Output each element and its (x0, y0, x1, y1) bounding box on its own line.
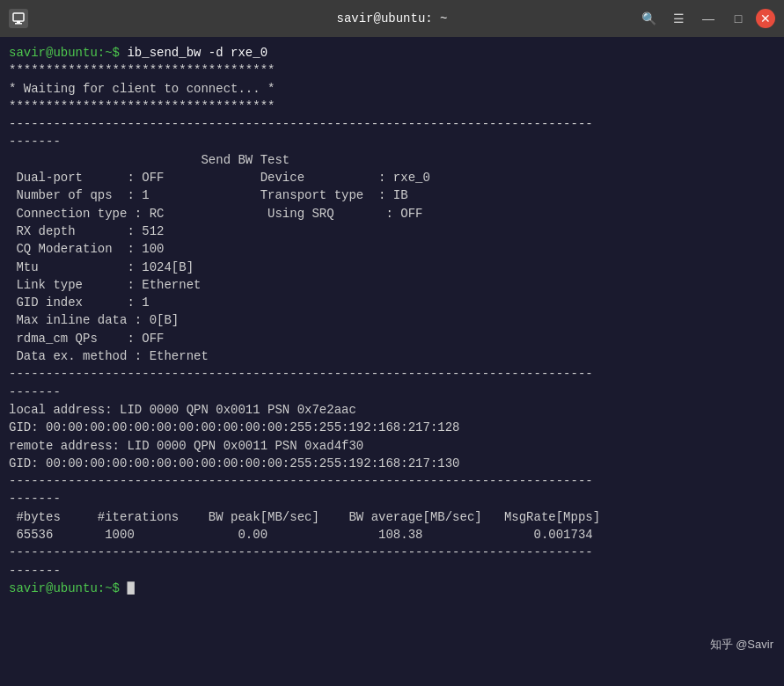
titlebar-left (9, 9, 28, 28)
prompt-2: savir@ubuntu:~$ (9, 581, 127, 595)
divider-1b: ------- (9, 133, 775, 150)
field-rdma-cm: rdma_cm QPs : OFF (9, 330, 775, 347)
field-max-inline: Max inline data : 0[B] (9, 311, 775, 329)
svg-rect-2 (17, 21, 20, 23)
local-addr: local address: LID 0000 QPN 0x0011 PSN 0… (9, 401, 775, 419)
svg-rect-0 (13, 13, 24, 21)
table-row: 65536 1000 0.00 108.38 0.001734 (9, 526, 775, 544)
field-dual-port: Dual-port : OFF Device : rxe_0 (9, 169, 775, 186)
cursor: █ (127, 581, 134, 595)
window-title: savir@ubuntu: ~ (336, 11, 447, 26)
divider-2b: ------- (9, 383, 775, 401)
separator-1: ************************************ (9, 62, 775, 79)
maximize-button[interactable]: □ (726, 6, 751, 31)
close-button[interactable]: ✕ (756, 9, 775, 28)
table-header: #bytes #iterations BW peak[MB/sec] BW av… (9, 508, 775, 526)
terminal-window: savir@ubuntu: ~ 🔍 ☰ — □ ✕ savir@ubuntu:~… (0, 0, 784, 686)
menu-button[interactable]: ☰ (666, 6, 691, 31)
field-mtu: Mtu : 1024[B] (9, 259, 775, 276)
remote-gid: GID: 00:00:00:00:00:00:00:00:00:00:00:25… (9, 455, 775, 472)
field-conn-type: Connection type : RC Using SRQ : OFF (9, 205, 775, 223)
prompt-1: savir@ubuntu:~$ (9, 46, 127, 60)
test-title: Send BW Test (9, 151, 775, 169)
window-controls: 🔍 ☰ — □ ✕ (636, 6, 775, 31)
terminal-body[interactable]: savir@ubuntu:~$ ib_send_bw -d rxe_0 ****… (0, 37, 784, 686)
titlebar: savir@ubuntu: ~ 🔍 ☰ — □ ✕ (0, 0, 784, 37)
prompt-line-1: savir@ubuntu:~$ ib_send_bw -d rxe_0 (9, 44, 775, 62)
field-rx-depth: RX depth : 512 (9, 223, 775, 240)
minimize-button[interactable]: — (696, 6, 721, 31)
field-data-ex: Data ex. method : Ethernet (9, 347, 775, 365)
divider-3b: ------- (9, 490, 775, 507)
local-gid: GID: 00:00:00:00:00:00:00:00:00:00:00:25… (9, 419, 775, 436)
remote-addr: remote address: LID 0000 QPN 0x0011 PSN … (9, 437, 775, 455)
field-link-type: Link type : Ethernet (9, 276, 775, 294)
search-button[interactable]: 🔍 (636, 6, 661, 31)
prompt-line-2: savir@ubuntu:~$ █ (9, 580, 775, 597)
waiting-line: * Waiting for client to connect... * (9, 80, 775, 98)
divider-4a: ----------------------------------------… (9, 544, 775, 561)
separator-2: ************************************ (9, 98, 775, 115)
divider-3a: ----------------------------------------… (9, 472, 775, 490)
command-1: ib_send_bw -d rxe_0 (127, 46, 267, 60)
field-cq-mod: CQ Moderation : 100 (9, 240, 775, 258)
divider-2a: ----------------------------------------… (9, 365, 775, 383)
svg-rect-1 (15, 23, 22, 25)
divider-4b: ------- (9, 562, 775, 580)
divider-1a: ----------------------------------------… (9, 115, 775, 133)
field-num-qps: Number of qps : 1 Transport type : IB (9, 186, 775, 204)
field-gid-index: GID index : 1 (9, 294, 775, 311)
terminal-logo-icon (9, 9, 28, 28)
